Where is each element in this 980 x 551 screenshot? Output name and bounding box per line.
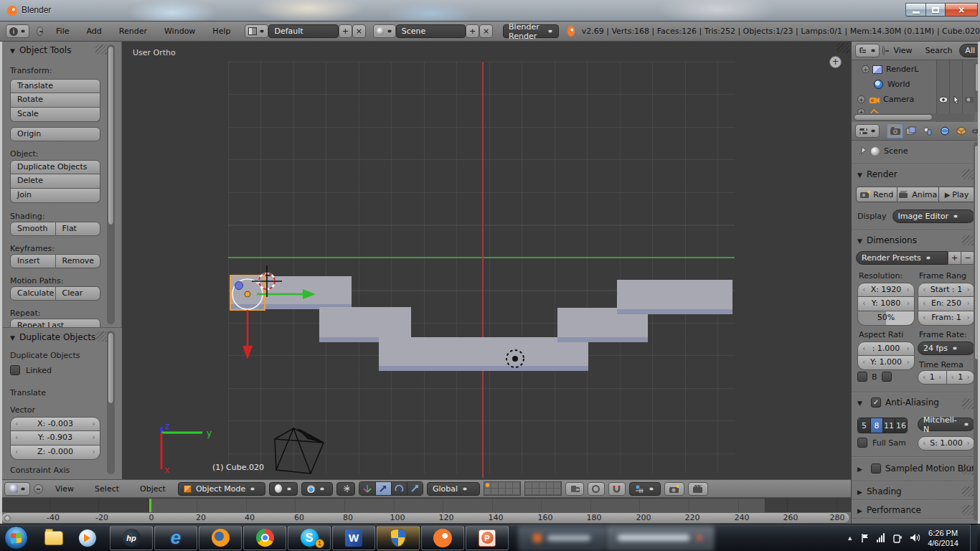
aa-size-field[interactable]: S: 1.000 [918,436,975,451]
aspect-y-field[interactable]: Y: 1.000 [857,356,915,370]
outliner-item-world[interactable]: World [852,77,975,92]
translate-button[interactable]: Translate [10,79,100,93]
scene-field[interactable]: Scene [396,24,466,38]
fps-select[interactable]: 24 fps [918,342,975,355]
add-preset-button[interactable]: + [948,251,961,265]
tab-world[interactable] [936,123,953,138]
collapse-menus-icon[interactable] [37,27,43,36]
mode-select[interactable]: Object Mode [178,482,265,496]
show-hidden-icons-button[interactable]: ▲ [847,534,853,542]
menu-select[interactable]: Select [86,484,128,494]
flat-button[interactable]: Flat [56,222,101,236]
action-center-flag-icon[interactable] [860,533,870,543]
selectability-cursor-icon[interactable] [953,95,960,104]
frame-end-field[interactable]: En: 250 [918,297,975,311]
linked-checkbox[interactable] [10,365,20,375]
device-icon[interactable] [892,533,903,543]
media-player-icon[interactable] [77,528,97,547]
clear-paths-button[interactable]: Clear [56,286,101,301]
transform-orientation-select[interactable]: Global [427,482,480,496]
menu-file[interactable]: File [47,27,77,36]
remap-old-field[interactable]: 1 [918,370,947,385]
manipulator-z-handle[interactable] [235,282,243,290]
translate-manipulator-toggle[interactable] [375,482,391,495]
vector-x-field[interactable]: X: -0.003 [10,417,100,431]
screen-layout-field[interactable]: Default [268,24,338,38]
pivot-point-select[interactable] [301,482,333,496]
sampled-motion-blur-panel-header[interactable]: Sampled Motion Blur [857,463,975,474]
play-button[interactable]: ▶ Play [939,187,975,202]
renderability-camera-icon[interactable] [964,95,974,103]
timeline-zoom-knob[interactable] [4,515,11,522]
menu-view[interactable]: View [887,46,918,55]
snap-toggle[interactable] [608,482,626,496]
layers-group-2[interactable] [524,481,562,496]
editor-type-button[interactable]: i [6,24,29,38]
wireframe-mesh[interactable] [275,428,324,474]
render-presets-select[interactable]: Render Presets [856,251,948,265]
menu-add[interactable]: Add [78,27,110,36]
lock-to-scene-toggle[interactable] [565,482,584,496]
remove-keyframe-button[interactable]: Remove [56,254,101,268]
menu-view[interactable]: View [47,484,83,494]
chrome-button[interactable] [243,526,286,550]
add-scene-button[interactable]: + [466,24,479,38]
border-checkbox[interactable] [857,372,867,382]
word-button[interactable]: W [332,526,375,550]
join-button[interactable]: Join [10,189,100,203]
editor-type-button[interactable] [855,124,880,138]
close-button[interactable]: × [945,3,978,17]
blurred-window-button-1[interactable] [519,526,605,550]
performance-panel-header[interactable]: Performance [857,505,921,515]
tab-render[interactable] [887,123,903,138]
volume-icon[interactable] [910,533,920,542]
motion-blur-checkbox[interactable] [871,463,881,474]
expand-icon[interactable]: + [857,95,865,103]
aa-filter-select[interactable]: Mitchell-N [918,418,975,431]
visibility-eye-icon[interactable] [938,96,948,103]
timeline-band[interactable] [0,498,851,512]
pivot-align-toggle[interactable] [336,482,355,496]
shading-panel-header[interactable]: Shading [857,486,902,496]
smooth-button[interactable]: Smooth [10,222,56,236]
vector-z-field[interactable]: Z: -0.000 [10,446,100,460]
antialiasing-checkbox[interactable]: ✓ [871,397,881,408]
start-button[interactable] [4,526,28,550]
blender-app-button[interactable] [421,526,464,550]
rotate-button[interactable]: Rotate [10,93,100,108]
object-tools-panel-header[interactable]: Object Tools [10,45,71,55]
add-layout-button[interactable]: + [339,24,352,38]
resolution-y-field[interactable]: Y: 1080 [857,297,915,311]
scale-manipulator-toggle[interactable] [407,482,423,495]
origin-button[interactable]: Origin [10,127,100,141]
delete-scene-button[interactable]: × [479,24,493,38]
menu-render[interactable]: Render [110,27,156,36]
powerpoint-button[interactable]: P [466,526,509,550]
resolution-x-field[interactable]: X: 1920 [857,283,915,297]
tray-clock[interactable]: 6:26 PM 4/6/2014 [928,528,963,548]
operator-panel-header[interactable]: Duplicate Objects [10,332,95,342]
aa-samples-5[interactable]: 5 [858,418,870,433]
aa-samples-8[interactable]: 8 [870,418,882,433]
expand-icon[interactable]: + [862,65,870,73]
skype-button[interactable]: S 1 [288,526,331,550]
pin-icon[interactable] [857,146,867,156]
outliner-scope-select[interactable]: All [959,44,980,57]
collapse-menus-icon[interactable] [882,46,885,55]
render-panel-header[interactable]: Render [857,169,897,179]
insert-keyframe-button[interactable]: Insert [10,254,56,268]
network-icon[interactable] [877,533,885,542]
editor-type-button[interactable] [4,482,30,496]
area-corner-widget[interactable] [837,43,849,53]
render-engine-select[interactable]: Blender Render [503,24,559,38]
duplicate-objects-button[interactable]: Duplicate Objects [10,160,100,174]
manipulator-x-arrowhead[interactable] [242,346,253,359]
hp-app-button[interactable]: hp [110,526,153,550]
operator-scrollbar-thumb[interactable] [108,332,114,404]
antialiasing-panel-header[interactable]: ✓ Anti-Aliasing [857,397,939,408]
render-animation-button[interactable]: Anima [897,187,938,202]
proportional-edit-toggle[interactable] [588,482,605,496]
minimize-button[interactable] [905,3,926,17]
screen-layout-icon-button[interactable] [245,24,268,38]
repeat-last-button[interactable]: Repeat Last [10,319,100,327]
